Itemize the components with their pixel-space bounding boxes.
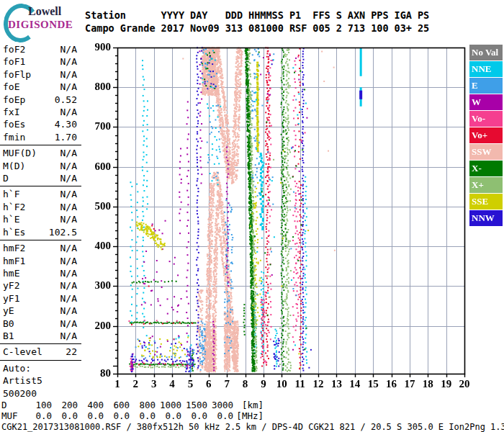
header-label: P1 [289,9,307,22]
param-label: foEs [3,118,25,130]
param-value: N/A [60,330,77,342]
header-value: Nov09 [190,22,220,35]
param-row-b1: B1N/A [0,330,81,342]
param-row-fmin: fmin1.70 [0,131,81,143]
parameters-sidebar: foF2N/AfoF1N/AfoFlpN/AfoEN/AfoEp0.52fxIN… [0,43,81,400]
param-value: N/A [60,172,77,184]
param-value: N/A [60,188,77,200]
autoscaling-info-row: Artist5 [0,374,81,387]
param-row-hmf1: hmF1N/A [0,255,81,267]
param-label: C-level [3,346,42,358]
header-label: YYYY [161,9,185,22]
legend-item-w: W [469,94,503,110]
header-value: 2 [336,22,342,35]
station-header: Station Campo GrandeYYYY2017DAY Nov09DDD… [85,9,435,35]
param-label: fmin [3,131,25,143]
param-row-d: DN/A [0,172,81,184]
param-label: hmE [3,267,19,279]
legend-item-noval: No Val [469,45,503,60]
param-label: h`F [3,188,19,200]
param-label: hmF1 [3,255,25,267]
legend-item-nne: NNE [469,61,503,77]
ionogram-plot [85,42,470,396]
header-value: 313 [225,22,243,35]
param-value: N/A [60,292,77,305]
param-row-hes: h`Es102.5 [0,226,81,238]
autoscaling-info-label: Artist5 [3,374,42,387]
row-value: 1500 [181,400,207,411]
param-label: foF2 [3,43,25,55]
param-value: N/A [60,255,77,267]
row-value: 100 [26,400,52,411]
row-value: 0.0 [78,411,104,422]
header-label: DAY [190,9,220,22]
param-value: 4.30 [55,118,77,130]
header-label: AXN [348,9,365,22]
param-row-yf2: yF2N/A [0,279,81,292]
param-value: N/A [60,55,77,68]
header-value: 081000 [248,22,284,35]
param-row-ye: yEN/A [0,305,81,317]
header-column-station: Station Campo Grande [85,9,156,35]
legend-item-vo+: Vo+ [469,127,503,143]
lowell-digisonde-logo: Lowell DIGISONDE [1,1,82,39]
param-row-foflp: foFlpN/A [0,68,81,81]
header-column-hhmmss: HHMMSS081000 [248,9,284,35]
header-value: 03+ [395,22,412,35]
logo-lowell-text: Lowell [28,5,61,18]
param-row-hf2: h`F2N/A [0,201,81,213]
param-value: N/A [60,160,77,172]
param-row-fxi: fxIN/A [0,106,81,118]
param-label: foFlp [3,68,31,81]
legend-item-nnw: NNW [469,210,503,226]
header-label: FFS [312,9,330,22]
row-value: 600 [104,400,130,411]
section-divider [0,145,81,145]
header-value: 25 [418,22,429,35]
section-divider [0,343,81,344]
header-value: RSF [289,22,307,35]
header-column-day: DAY Nov09 [190,9,220,35]
param-label: D [3,172,9,184]
header-column-s: S2 [336,9,342,35]
param-row-mufd: MUF(D)N/A [0,147,81,159]
param-row-yf1: yF1N/A [0,292,81,305]
header-label: Station [85,9,156,22]
header-label: HHMMSS [248,9,284,22]
header-label: PPS [371,9,388,22]
param-value: 22 [66,346,77,358]
param-value: 102.5 [49,226,77,238]
param-value: N/A [60,279,77,292]
row-value: 0.0 [181,411,207,422]
param-value: N/A [60,147,77,159]
header-column-pps: PPS100 [371,9,388,35]
row-label: MUF [1,411,26,422]
param-value: N/A [60,305,77,317]
param-row-foe: foEN/A [0,81,81,93]
header-value: 100 [371,22,388,35]
header-label: DDD [225,9,243,22]
section-divider [0,186,81,186]
param-value: N/A [60,242,77,254]
param-label: h`E [3,213,19,225]
header-label: IGA [395,9,412,22]
autoscaling-info-row: 500200 [0,387,81,400]
param-row-foep: foEp0.52 [0,94,81,106]
row-value: 0.0 [207,411,233,422]
param-value: 0.52 [55,94,77,106]
row-value: 0.0 [104,411,130,422]
legend-item-vo-: Vo- [469,111,503,127]
row-value: 0.0 [130,411,156,422]
row-value: 1000 [156,400,181,411]
header-label: S [336,9,342,22]
param-value: N/A [60,81,77,93]
row-value: 3000 [207,400,233,411]
dmuf-table: D100200400600800100015003000[km]MUF0.00.… [1,400,504,421]
legend-item-x+: X+ [469,177,503,193]
row-value: 0.0 [156,411,181,422]
param-value: N/A [60,106,77,118]
param-label: foEp [3,94,25,106]
param-label: B0 [3,318,14,330]
row-value: 200 [52,400,78,411]
logo-digisonde-text: DIGISONDE [8,19,73,31]
